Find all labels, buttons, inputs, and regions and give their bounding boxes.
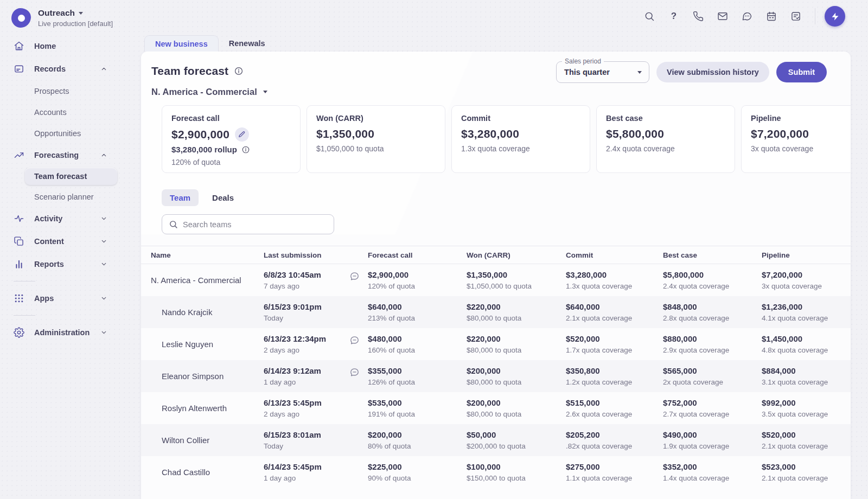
row-comment	[349, 264, 368, 296]
chevron-up-icon	[100, 152, 107, 159]
best-subtext: 2x quota coverage	[663, 378, 762, 386]
row-forecast: $200,00080% of quota	[368, 424, 467, 456]
sidebar-item-scenario-planner[interactable]: Scenario planner	[0, 186, 141, 207]
sidebar-item-apps[interactable]: Apps	[0, 287, 141, 310]
table-row-n-america-commercial[interactable]: N. America - Commercial6/8/23 10:45am7 d…	[141, 264, 851, 296]
pipeline-subtext: 4.1x quota coverage	[762, 314, 851, 322]
commit-subtext: 2.6x quota coverage	[566, 410, 663, 418]
submit-button[interactable]: Submit	[776, 62, 827, 82]
comment-icon[interactable]	[349, 271, 368, 282]
team-selector-dropdown[interactable]: N. America - Commercial	[151, 87, 851, 97]
row-forecast: $2,900,000120% of quota	[368, 264, 467, 296]
mail-button[interactable]	[713, 7, 732, 26]
commit-subtext: 1.1x quota coverage	[566, 474, 663, 482]
table-row-wilton-collier[interactable]: Wilton Collier6/15/23 8:01amToday$200,00…	[141, 424, 851, 456]
edit-forecast-button[interactable]	[235, 127, 249, 142]
tab-deals[interactable]: Deals	[204, 189, 242, 206]
best-value: $5,800,000	[663, 270, 762, 279]
best-value: $352,000	[663, 462, 762, 471]
tab-new-business[interactable]: New business	[144, 35, 219, 52]
quick-actions-button[interactable]	[825, 6, 845, 27]
forecast-subtext: 160% of quota	[368, 346, 467, 354]
sidebar-item-opportunities[interactable]: Opportunities	[0, 123, 141, 144]
comment-icon[interactable]	[349, 335, 368, 346]
search-teams-input[interactable]	[183, 220, 327, 229]
row-commit: $350,8001.2x quota coverage	[566, 360, 663, 392]
view-submission-history-button[interactable]: View submission history	[656, 62, 769, 82]
sidebar-item-prospects[interactable]: Prospects	[0, 80, 141, 101]
sidebar-item-content[interactable]: Content	[0, 230, 141, 253]
chevron-down-icon	[100, 215, 107, 222]
commit-value: $515,000	[566, 398, 663, 407]
won-subtext: $80,000 to quota	[467, 346, 566, 354]
sales-period-label: Sales period	[562, 57, 604, 65]
sidebar-item-label: Opportunities	[34, 129, 81, 138]
bolt-icon	[831, 12, 840, 21]
sidebar-item-forecasting[interactable]: Forecasting	[0, 144, 141, 167]
pulse-icon	[14, 213, 25, 225]
submission-ago: 1 day ago	[264, 474, 349, 482]
table-row-nando-krajcik[interactable]: Nando Krajcik6/15/23 9:01pmToday$640,000…	[141, 296, 851, 328]
table-row-chad-castillo[interactable]: Chad Castillo6/14/23 5:45pm1 day ago$225…	[141, 456, 851, 488]
row-pipeline: $992,0003.5x quota coverage	[762, 392, 851, 424]
table-row-leslie-nguyen[interactable]: Leslie Nguyen6/13/23 12:34pm2 days ago$4…	[141, 328, 851, 360]
sidebar-item-team-forecast[interactable]: Team forecast	[25, 168, 117, 185]
chat-icon	[742, 11, 752, 22]
forecast-value: $355,000	[368, 366, 467, 375]
search-teams-field	[162, 214, 334, 234]
phone-button[interactable]	[688, 7, 708, 26]
trend-icon	[14, 150, 25, 161]
sidebar-item-label: Accounts	[34, 108, 67, 117]
sales-period-select[interactable]: Sales period This quarter	[556, 61, 649, 83]
pipeline-value: $520,000	[762, 430, 851, 439]
gear-icon	[14, 327, 25, 338]
sidebar-item-reports[interactable]: Reports	[0, 253, 141, 276]
best-subtext: 2.8x quota coverage	[663, 314, 762, 322]
tab-label: Renewals	[229, 39, 265, 48]
won-value: $50,000	[467, 430, 566, 439]
row-name: Nando Krajcik	[141, 296, 264, 328]
tab-team[interactable]: Team	[162, 189, 199, 206]
sidebar-item-activity[interactable]: Activity	[0, 207, 141, 230]
card-title: Best case	[606, 114, 725, 123]
info-icon[interactable]	[234, 66, 244, 76]
tasks-button[interactable]	[786, 7, 806, 26]
pipeline-value: $1,450,000	[762, 334, 851, 343]
best-value: $565,000	[663, 366, 762, 375]
row-comment	[349, 456, 368, 488]
sidebar-item-label: Activity	[34, 214, 62, 223]
best-value: $880,000	[663, 334, 762, 343]
table-row-eleanor-simpson[interactable]: Eleanor Simpson6/14/23 9:12am1 day ago$3…	[141, 360, 851, 392]
sidebar-item-label: Forecasting	[34, 151, 79, 159]
tab-label: Team	[170, 193, 190, 202]
sidebar-item-administration[interactable]: Administration	[0, 321, 141, 344]
commit-subtext: .82x quota coverage	[566, 442, 663, 450]
help-button[interactable]: ?	[664, 7, 684, 26]
info-icon[interactable]	[241, 145, 250, 154]
pipeline-subtext: 3x quota coverage	[762, 282, 851, 290]
row-pipeline: $520,0002.1x quota coverage	[762, 424, 851, 456]
topbar: ?	[141, 0, 868, 33]
best-value: $752,000	[663, 398, 762, 407]
sidebar-item-home[interactable]: Home	[0, 35, 141, 57]
calendar-button[interactable]	[762, 7, 781, 26]
tab-renewals[interactable]: Renewals	[219, 35, 276, 52]
sidebar-item-accounts[interactable]: Accounts	[0, 101, 141, 123]
row-won: $50,000$200,000 to quota	[467, 424, 566, 456]
search-button[interactable]	[640, 7, 659, 26]
sidebar-item-records[interactable]: Records	[0, 57, 141, 80]
comment-icon[interactable]	[349, 367, 368, 378]
search-icon	[644, 11, 655, 22]
row-last-submission: 6/13/23 5:45pm2 days ago	[264, 392, 349, 424]
workspace-switcher[interactable]: Outreach Live production [default]	[0, 0, 141, 28]
table-row-roslyn-altenwerth[interactable]: Roslyn Altenwerth6/13/23 5:45pm2 days ag…	[141, 392, 851, 424]
pipeline-subtext: 3.1x quota coverage	[762, 378, 851, 386]
won-value: $1,350,000	[467, 270, 566, 279]
won-subtext: $80,000 to quota	[467, 314, 566, 322]
team-selector-value: N. America - Commercial	[151, 87, 257, 97]
card-subtext: 120% of quota	[171, 158, 291, 167]
caret-down-icon	[637, 71, 642, 74]
records-icon	[14, 63, 25, 75]
row-name: Chad Castillo	[141, 456, 264, 488]
chat-button[interactable]	[737, 7, 757, 26]
